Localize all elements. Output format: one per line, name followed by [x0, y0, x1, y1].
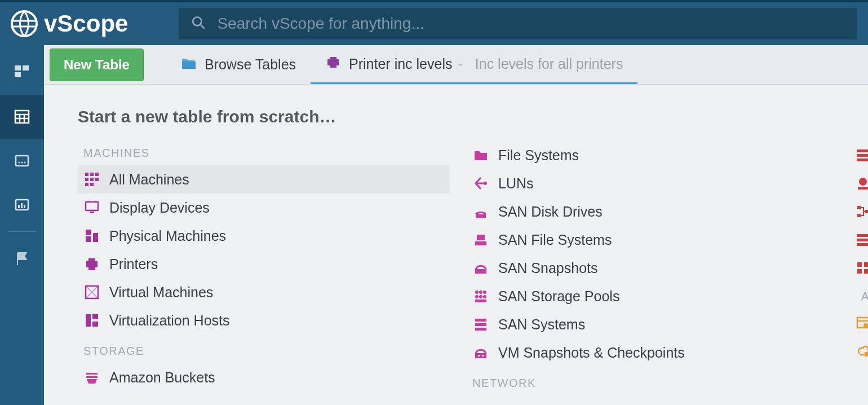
svg-rect-31	[90, 212, 94, 213]
svg-rect-26	[90, 178, 94, 181]
svg-rect-65	[857, 159, 868, 161]
search-input[interactable]	[217, 15, 844, 33]
svg-rect-68	[857, 206, 861, 209]
svg-rect-29	[90, 183, 94, 186]
svg-rect-75	[864, 262, 868, 267]
group-network-title: NETWORK	[472, 377, 839, 390]
svg-rect-60	[475, 353, 486, 358]
group-machines-title: MACHINES	[83, 147, 450, 160]
snapshot-icon	[472, 259, 489, 276]
svg-rect-59	[475, 328, 486, 331]
svg-rect-6	[15, 111, 29, 123]
search-icon	[191, 15, 206, 32]
list-item-partial-4[interactable]	[856, 226, 868, 254]
list-item-partial-2[interactable]	[856, 169, 868, 197]
list-item-san-file-systems[interactable]: SAN File Systems	[467, 226, 839, 254]
table-icon	[14, 108, 30, 125]
list-item-san-storage-pools[interactable]: SAN Storage Pools	[467, 282, 839, 310]
list-item-label: SAN File Systems	[498, 232, 612, 248]
list-item-label: File Systems	[498, 147, 579, 164]
svg-rect-17	[21, 203, 23, 208]
list-item-partial-6[interactable]	[856, 309, 868, 337]
pool-icon	[472, 288, 489, 305]
list-item-all-machines[interactable]: All Machines	[78, 165, 450, 193]
svg-rect-37	[88, 266, 95, 270]
sidebar-item-flag[interactable]	[0, 236, 44, 280]
svg-rect-61	[478, 355, 480, 356]
list-item-printers[interactable]: Printers	[78, 250, 450, 278]
sidebar	[0, 45, 44, 405]
list-item-partial-7[interactable]	[856, 337, 868, 365]
list-item-virtualization-hosts[interactable]: Virtualization Hosts	[78, 306, 450, 334]
list-item-label: Virtualization Hosts	[109, 312, 230, 329]
list-item-san-disk-drives[interactable]: SAN Disk Drives	[467, 197, 839, 226]
list-item-physical-machines[interactable]: Physical Machines	[78, 222, 450, 250]
vmsnap-icon	[472, 344, 489, 361]
folder-open-icon	[181, 56, 197, 73]
svg-rect-47	[475, 241, 486, 245]
amber-window-icon	[856, 315, 868, 330]
list-item-display-devices[interactable]: Display Devices	[78, 193, 450, 222]
svg-rect-11	[16, 156, 28, 166]
tabbar: New Table Browse Tables Printer inc leve…	[44, 45, 868, 85]
lun-icon	[472, 175, 489, 192]
sidebar-item-dashboard[interactable]	[0, 51, 44, 95]
svg-point-13	[21, 162, 23, 164]
topbar: vScope	[0, 0, 868, 45]
new-table-button[interactable]: New Table	[50, 49, 144, 81]
svg-rect-16	[18, 205, 20, 208]
svg-rect-67	[858, 187, 868, 190]
svg-rect-41	[92, 322, 98, 327]
svg-rect-43	[86, 376, 98, 378]
svg-rect-74	[857, 262, 862, 267]
list-item-amazon-buckets[interactable]: Amazon Buckets	[78, 363, 450, 391]
svg-rect-27	[95, 178, 99, 181]
brand-logo[interactable]: vScope	[10, 10, 128, 38]
svg-rect-73	[857, 243, 868, 246]
svg-rect-5	[15, 72, 21, 77]
sansys-icon	[472, 316, 489, 333]
list-item-label: SAN Snapshots	[498, 260, 598, 276]
browse-tables-tab[interactable]: Browse Tables	[166, 45, 311, 84]
svg-rect-56	[475, 300, 486, 302]
list-item-label: SAN Disk Drives	[498, 204, 603, 220]
svg-point-52	[483, 290, 486, 294]
red-target-icon	[856, 176, 868, 191]
svg-rect-69	[857, 214, 861, 217]
search-bar[interactable]	[179, 8, 857, 39]
column-2: File Systems LUNs SAN Disk Drives	[467, 141, 839, 395]
svg-rect-23	[90, 173, 94, 176]
list-item-san-snapshots[interactable]: SAN Snapshots	[467, 254, 839, 282]
svg-rect-22	[85, 173, 88, 176]
list-item-partial-5[interactable]	[856, 254, 868, 282]
svg-point-12	[19, 162, 20, 164]
browse-tables-label: Browse Tables	[205, 56, 296, 73]
svg-rect-33	[86, 236, 91, 242]
list-item-file-systems[interactable]: File Systems	[467, 141, 839, 169]
content-panel: Start a new table from scratch… MACHINES…	[44, 85, 868, 405]
list-item-partial-3[interactable]	[856, 197, 868, 226]
main-area: New Table Browse Tables Printer inc leve…	[44, 45, 868, 405]
list-item-virtual-machines[interactable]: Virtual Machines	[78, 278, 450, 306]
svg-point-51	[479, 290, 482, 294]
brand-label: vScope	[44, 10, 128, 37]
list-item-label: Physical Machines	[109, 228, 226, 244]
list-item-san-systems[interactable]: SAN Systems	[467, 310, 839, 338]
red-grid2-icon	[856, 232, 868, 247]
open-tab-printer[interactable]: Printer inc levels - Inc levels for all …	[311, 45, 637, 84]
svg-rect-57	[475, 319, 486, 322]
svg-rect-62	[482, 355, 484, 356]
svg-rect-34	[93, 233, 98, 242]
list-item-partial-1[interactable]	[856, 141, 868, 169]
svg-point-44	[484, 182, 487, 185]
printer-tab-icon	[325, 55, 341, 72]
svg-rect-3	[15, 65, 21, 71]
sidebar-item-tables[interactable]	[0, 95, 44, 139]
svg-point-53	[475, 295, 479, 298]
sidebar-item-reports[interactable]	[0, 183, 44, 227]
list-item-luns[interactable]: LUNs	[467, 169, 839, 197]
sidebar-item-widgets[interactable]	[0, 139, 44, 183]
list-item-vm-snapshots[interactable]: VM Snapshots & Checkpoints	[467, 338, 839, 367]
sanfs-icon	[472, 231, 489, 248]
list-item-label: SAN Storage Pools	[498, 288, 619, 305]
